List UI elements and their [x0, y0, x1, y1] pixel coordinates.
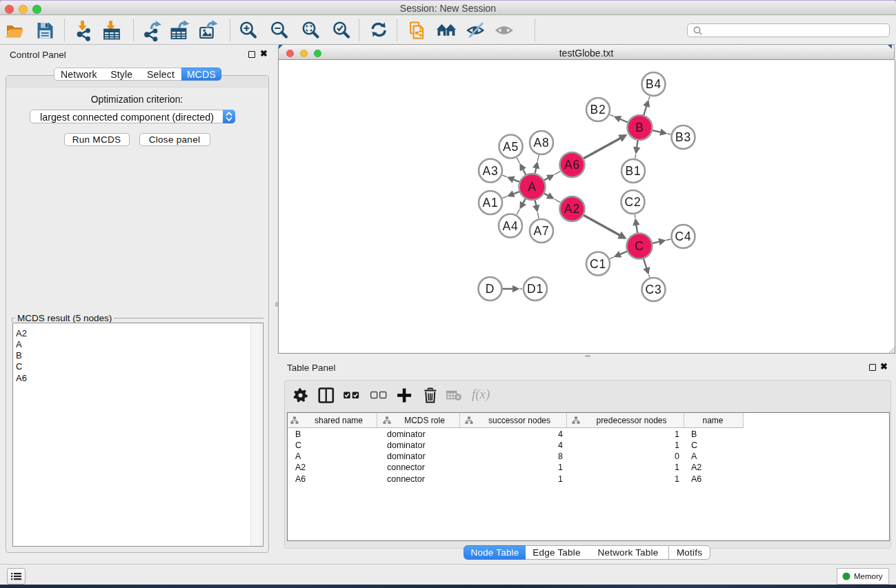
svg-text:A: A	[528, 180, 536, 194]
svg-text:C2: C2	[624, 195, 641, 209]
svg-text:A7: A7	[533, 224, 549, 238]
svg-text:B: B	[635, 121, 644, 134]
svg-text:C4: C4	[675, 230, 691, 243]
svg-text:A3: A3	[482, 163, 498, 177]
svg-text:A6: A6	[564, 158, 579, 172]
svg-text:B1: B1	[625, 164, 641, 178]
svg-text:A1: A1	[482, 196, 498, 210]
svg-text:B2: B2	[590, 103, 606, 116]
svg-text:A5: A5	[502, 139, 518, 153]
svg-text:B4: B4	[645, 77, 661, 91]
svg-text:A4: A4	[502, 219, 518, 232]
svg-text:A2: A2	[564, 202, 579, 216]
svg-text:C1: C1	[590, 256, 606, 270]
svg-text:C: C	[635, 239, 644, 253]
svg-text:A8: A8	[533, 136, 549, 150]
svg-text:D: D	[485, 282, 494, 296]
svg-text:B3: B3	[675, 130, 690, 144]
svg-text:D1: D1	[527, 282, 544, 296]
svg-text:C3: C3	[645, 283, 661, 296]
